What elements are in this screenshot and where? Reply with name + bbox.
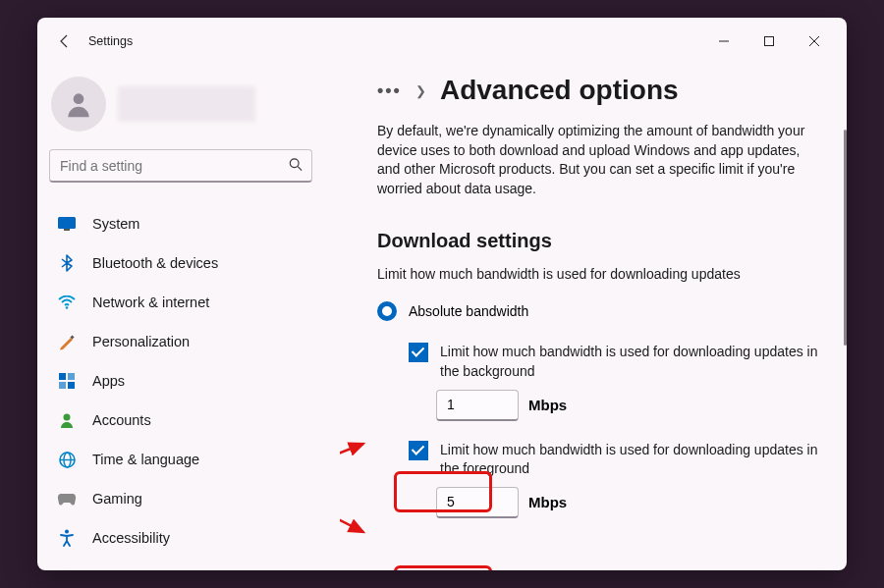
- checkbox-checked-icon[interactable]: [409, 343, 428, 362]
- close-button[interactable]: [792, 26, 837, 57]
- absolute-bandwidth-radio-row[interactable]: Absolute bandwidth: [377, 301, 827, 321]
- background-limit-label: Limit how much bandwidth is used for dow…: [440, 343, 827, 381]
- bluetooth-icon: [57, 253, 77, 273]
- accounts-icon: [57, 410, 77, 430]
- back-button[interactable]: [47, 24, 83, 59]
- nav-item-network[interactable]: Network & internet: [47, 283, 340, 322]
- svg-rect-14: [68, 382, 75, 389]
- svg-line-6: [298, 167, 302, 171]
- annotation-arrow-to-background: [340, 436, 373, 485]
- background-limit-checkbox-row[interactable]: Limit how much bandwidth is used for dow…: [409, 343, 827, 381]
- personalization-icon: [57, 332, 77, 351]
- foreground-limit-label: Limit how much bandwidth is used for dow…: [440, 441, 827, 479]
- profile-block[interactable]: [47, 65, 340, 147]
- svg-rect-13: [59, 382, 66, 389]
- nav-label: Gaming: [92, 491, 142, 507]
- accessibility-icon: [57, 528, 77, 548]
- nav-item-personalization[interactable]: Personalization: [47, 322, 340, 361]
- profile-name-redacted: [118, 86, 255, 122]
- nav-item-bluetooth[interactable]: Bluetooth & devices: [47, 243, 340, 283]
- minimize-button[interactable]: [701, 26, 746, 57]
- window-title: Settings: [88, 34, 133, 48]
- nav-label: Network & internet: [92, 294, 209, 310]
- system-icon: [57, 214, 77, 234]
- nav-item-apps[interactable]: Apps: [47, 361, 340, 401]
- svg-rect-11: [59, 373, 66, 380]
- breadcrumb: ••• ❯ Advanced options: [377, 75, 827, 106]
- nav-item-system[interactable]: System: [47, 204, 340, 243]
- search-icon: [289, 158, 303, 175]
- radio-label: Absolute bandwidth: [409, 303, 528, 319]
- annotation-highlight-foreground-input: [394, 565, 492, 570]
- nav-list: System Bluetooth & devices Network & int…: [47, 204, 340, 558]
- checkbox-checked-icon[interactable]: [409, 441, 428, 460]
- nav-item-time-language[interactable]: Time & language: [47, 440, 340, 479]
- svg-rect-8: [64, 229, 70, 231]
- nav-label: Accessibility: [92, 530, 170, 546]
- breadcrumb-overflow-icon[interactable]: •••: [377, 80, 402, 101]
- svg-point-9: [66, 306, 69, 309]
- svg-rect-7: [58, 217, 76, 229]
- unit-label: Mbps: [528, 397, 567, 413]
- svg-rect-1: [765, 37, 774, 46]
- gaming-icon: [57, 489, 77, 508]
- background-limit-input-row: Mbps: [436, 390, 827, 421]
- maximize-button[interactable]: [746, 26, 792, 57]
- svg-point-4: [74, 93, 84, 104]
- nav-label: Personalization: [92, 334, 190, 349]
- download-settings-subtitle: Limit how much bandwidth is used for dow…: [377, 266, 827, 282]
- search-input[interactable]: [49, 149, 312, 183]
- foreground-bandwidth-input[interactable]: [436, 487, 519, 518]
- radio-selected-icon[interactable]: [377, 301, 397, 321]
- svg-point-5: [290, 159, 299, 168]
- unit-label: Mbps: [528, 494, 567, 510]
- apps-icon: [57, 371, 77, 391]
- chevron-right-icon: ❯: [415, 83, 426, 98]
- page-description: By default, we're dynamically optimizing…: [377, 122, 809, 198]
- svg-line-23: [340, 485, 363, 532]
- avatar: [51, 77, 106, 132]
- background-bandwidth-input[interactable]: [436, 390, 519, 421]
- svg-point-15: [64, 414, 71, 421]
- nav-label: System: [92, 216, 139, 232]
- page-title: Advanced options: [440, 75, 679, 106]
- search-box[interactable]: [49, 149, 312, 183]
- settings-window: Settings System: [37, 18, 847, 570]
- nav-item-accounts[interactable]: Accounts: [47, 401, 340, 440]
- svg-point-19: [65, 530, 69, 534]
- annotation-arrow-to-foreground: [340, 481, 373, 540]
- content-pane: ••• ❯ Advanced options By default, we're…: [340, 65, 847, 570]
- scrollbar-thumb[interactable]: [844, 130, 847, 346]
- nav-label: Accounts: [92, 412, 151, 428]
- svg-rect-12: [68, 373, 75, 380]
- sidebar: System Bluetooth & devices Network & int…: [37, 65, 340, 570]
- nav-label: Apps: [92, 373, 125, 389]
- nav-item-accessibility[interactable]: Accessibility: [47, 518, 340, 558]
- nav-label: Bluetooth & devices: [92, 255, 218, 271]
- nav-label: Time & language: [92, 452, 199, 467]
- svg-line-21: [340, 444, 363, 480]
- title-bar: Settings: [37, 18, 847, 65]
- network-icon: [57, 293, 77, 312]
- nav-item-gaming[interactable]: Gaming: [47, 479, 340, 518]
- foreground-limit-input-row: Mbps: [436, 487, 827, 518]
- foreground-limit-checkbox-row[interactable]: Limit how much bandwidth is used for dow…: [409, 441, 827, 479]
- time-language-icon: [57, 450, 77, 469]
- download-settings-heading: Download settings: [377, 230, 827, 252]
